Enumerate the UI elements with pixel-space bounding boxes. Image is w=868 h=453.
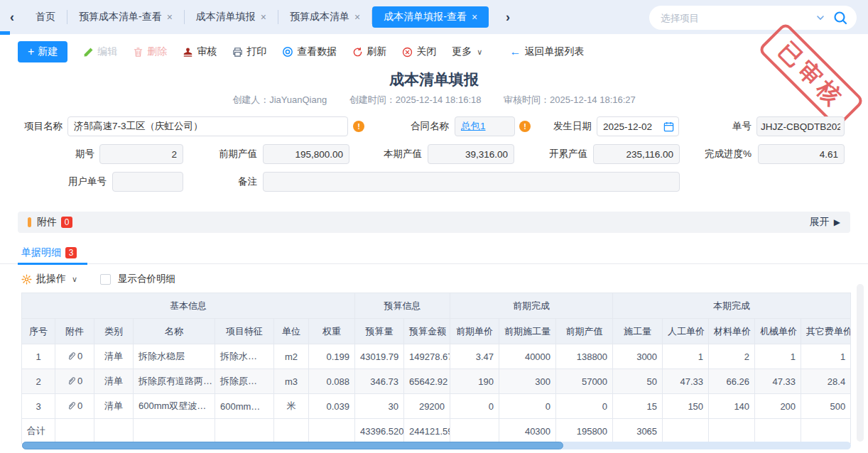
col-labor-price[interactable]: 人工单价 bbox=[663, 319, 709, 344]
col-material-price[interactable]: 材料单价 bbox=[709, 319, 755, 344]
prev-output-label: 前期产值 bbox=[206, 144, 257, 164]
plus-icon: + bbox=[28, 45, 34, 58]
edit-button[interactable]: 编辑 bbox=[83, 45, 117, 58]
col-prev-output[interactable]: 前期产值 bbox=[556, 319, 613, 344]
col-prev-qty[interactable]: 前期施工量 bbox=[499, 319, 556, 344]
prev-output-field[interactable] bbox=[263, 144, 349, 164]
table-row[interactable]: 3 0 清单 600mm双壁波… 600mm… 米 0.039 30 29200… bbox=[22, 394, 851, 419]
view-data-button[interactable]: 查看数据 bbox=[282, 45, 337, 58]
project-select-input[interactable] bbox=[661, 13, 815, 23]
back-label: 返回单据列表 bbox=[524, 45, 584, 58]
audit-button[interactable]: 审核 bbox=[183, 45, 217, 58]
chevron-down-icon[interactable] bbox=[815, 13, 825, 23]
more-button[interactable]: 更多 ∨ bbox=[452, 45, 482, 58]
total-empty bbox=[55, 419, 94, 444]
col-machine-price[interactable]: 机械单价 bbox=[755, 319, 801, 344]
cell-weight: 0.199 bbox=[309, 344, 355, 369]
trash-icon bbox=[133, 47, 143, 58]
info-icon[interactable]: ! bbox=[353, 121, 364, 132]
col-unit[interactable]: 单位 bbox=[274, 319, 309, 344]
expand-button[interactable]: 展开 ▶ bbox=[810, 216, 840, 229]
cell-feature: 拆除原… bbox=[215, 369, 274, 394]
created-time-text: 创建时间：2025-12-14 18:16:18 bbox=[349, 94, 482, 105]
col-budget-amount[interactable]: 预算金额 bbox=[404, 319, 450, 344]
search-icon[interactable] bbox=[832, 10, 848, 26]
close-doc-label: 关闭 bbox=[416, 45, 436, 58]
cell-attach[interactable]: 0 bbox=[55, 344, 94, 369]
total-budget-qty: 43396.520 bbox=[355, 419, 404, 444]
cell-seq: 3 bbox=[22, 394, 55, 419]
period-field[interactable] bbox=[99, 144, 183, 164]
tab-budget-cost-view[interactable]: 预算成本清单-查看× bbox=[67, 6, 184, 28]
total-empty bbox=[274, 419, 309, 444]
tab-label: 成本清单填报 bbox=[196, 11, 256, 23]
col-qty[interactable]: 施工量 bbox=[613, 319, 663, 344]
col-name[interactable]: 名称 bbox=[134, 319, 215, 344]
detail-table: 基本信息 预算信息 前期完成 本期完成 序号 附件 类别 名称 项目特征 单位 … bbox=[21, 293, 851, 444]
remark-field[interactable] bbox=[263, 172, 680, 192]
paperclip-icon bbox=[67, 351, 76, 361]
batch-actions-button[interactable]: 批操作 ∨ bbox=[21, 273, 77, 285]
tab-cost-list-fill-view-active[interactable]: 成本清单填报-查看× bbox=[372, 6, 489, 28]
new-label: 新建 bbox=[38, 45, 58, 58]
horizontal-scrollbar-track[interactable] bbox=[22, 442, 851, 449]
col-weight[interactable]: 权重 bbox=[309, 319, 355, 344]
col-other-price[interactable]: 其它费单价 bbox=[801, 319, 851, 344]
cell-budget-amount: 65642.92 bbox=[404, 369, 450, 394]
close-doc-button[interactable]: 关闭 bbox=[402, 45, 436, 58]
tab-detail-list[interactable]: 单据明细 3 bbox=[21, 241, 77, 263]
cell-prev-qty: 0 bbox=[499, 394, 556, 419]
cell-material: 66.26 bbox=[709, 369, 755, 394]
back-to-list-button[interactable]: ← 返回单据列表 bbox=[509, 45, 584, 58]
close-icon[interactable]: × bbox=[261, 11, 266, 23]
new-button[interactable]: + 新建 bbox=[18, 41, 67, 62]
table-row[interactable]: 2 0 清单 拆除原有道路两… 拆除原… m3 0.088 346.73 656… bbox=[22, 369, 851, 394]
close-icon[interactable]: × bbox=[167, 11, 173, 23]
col-feature[interactable]: 项目特征 bbox=[215, 319, 274, 344]
close-icon[interactable]: × bbox=[472, 11, 477, 23]
cell-attach[interactable]: 0 bbox=[55, 394, 94, 419]
contract-link[interactable]: 总包1 bbox=[461, 120, 486, 133]
left-scroll-accent bbox=[0, 31, 10, 35]
cell-seq: 1 bbox=[22, 344, 55, 369]
attach-count: 0 bbox=[77, 376, 82, 386]
accum-output-field[interactable] bbox=[593, 144, 680, 164]
progress-field[interactable] bbox=[758, 144, 845, 164]
tab-cost-list-fill[interactable]: 成本清单填报× bbox=[185, 6, 278, 28]
doc-no-field[interactable] bbox=[756, 116, 845, 136]
current-output-field[interactable] bbox=[428, 144, 514, 164]
vertical-scrollbar[interactable] bbox=[857, 284, 864, 442]
user-doc-no-field[interactable] bbox=[112, 172, 183, 192]
cell-budget-amount: 29200 bbox=[404, 394, 450, 419]
print-button[interactable]: 打印 bbox=[232, 45, 266, 58]
tab-budget-cost-list[interactable]: 预算成本清单× bbox=[278, 6, 371, 28]
project-select[interactable] bbox=[649, 6, 857, 30]
attachment-label: 附件 bbox=[37, 216, 57, 229]
tabs-scroll-right-icon[interactable]: › bbox=[506, 10, 510, 25]
tab-home[interactable]: 首页 bbox=[24, 6, 67, 28]
cell-attach[interactable]: 0 bbox=[55, 369, 94, 394]
col-seq[interactable]: 序号 bbox=[22, 319, 55, 344]
close-icon[interactable]: × bbox=[354, 11, 360, 23]
delete-button[interactable]: 删除 bbox=[133, 45, 167, 58]
printer-icon bbox=[232, 47, 243, 58]
project-name-field[interactable] bbox=[67, 116, 348, 136]
col-prev-price[interactable]: 前期单价 bbox=[450, 319, 499, 344]
col-attach[interactable]: 附件 bbox=[55, 319, 94, 344]
col-budget-qty[interactable]: 预算量 bbox=[355, 319, 404, 344]
table-row[interactable]: 1 0 清单 拆除水稳层 拆除水… m2 0.199 43019.79 1492… bbox=[22, 344, 851, 369]
calendar-icon[interactable] bbox=[663, 121, 674, 132]
refresh-button[interactable]: 刷新 bbox=[352, 45, 386, 58]
contract-name-label: 合同名称 bbox=[398, 116, 449, 136]
horizontal-scrollbar-thumb[interactable] bbox=[22, 442, 563, 449]
gear-icon bbox=[21, 274, 32, 285]
total-empty bbox=[663, 419, 709, 444]
attachment-section[interactable]: 附件 0 展开 ▶ bbox=[18, 212, 850, 233]
cell-labor: 47.33 bbox=[663, 369, 709, 394]
tabs-scroll-left-icon[interactable]: ‹ bbox=[0, 10, 24, 25]
show-detail-checkbox[interactable] bbox=[100, 274, 111, 285]
col-type[interactable]: 类别 bbox=[94, 319, 134, 344]
cell-machine: 200 bbox=[755, 394, 801, 419]
group-basic: 基本信息 bbox=[22, 293, 355, 319]
info-icon[interactable]: ! bbox=[519, 121, 531, 132]
